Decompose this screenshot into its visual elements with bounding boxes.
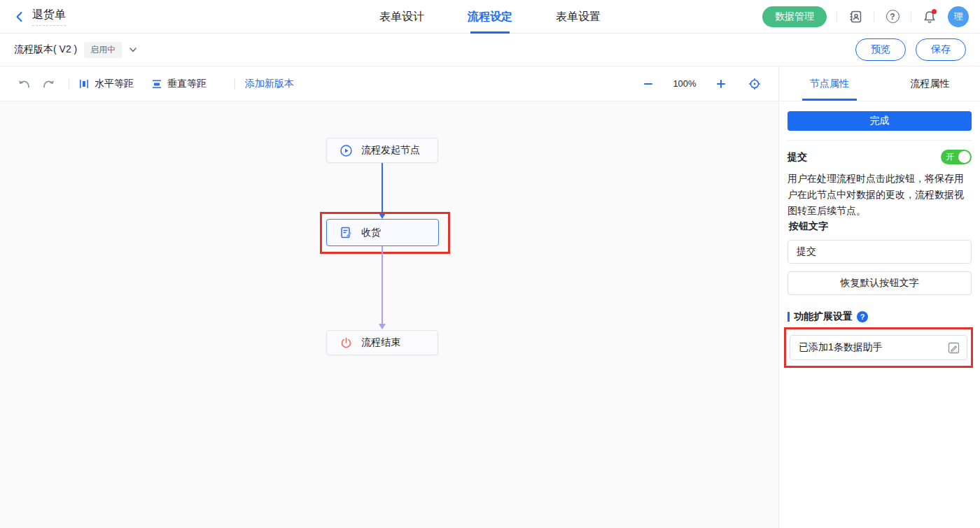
properties-panel: 节点属性 流程属性 完成 提交 开 用户在处理流程时点击此按钮，将保存用户在此节… [778,66,980,528]
arrow-down-icon [379,213,386,219]
button-text-input[interactable] [788,240,972,264]
horizontal-distribute-button[interactable]: 水平等距 [79,78,134,90]
avatar[interactable]: 理 [948,6,969,27]
chevron-down-icon[interactable] [129,45,137,54]
extension-section-title: 功能扩展设置 [794,311,853,323]
panel-tabs: 节点属性 流程属性 [779,66,980,101]
contact-book-icon[interactable] [847,8,864,25]
tab-node-properties[interactable]: 节点属性 [779,66,880,101]
status-badge: 启用中 [84,42,122,58]
notification-dot [932,9,937,14]
divider [234,78,235,90]
app-header: 退货单 表单设计 流程设定 表单设置 数据管理 ? 理 [0,0,980,34]
tab-process-settings[interactable]: 流程设定 [468,0,512,34]
toggle-knob [958,151,970,163]
add-version-button[interactable]: 添加新版本 [245,78,294,90]
header-actions: 数据管理 ? 理 [762,6,969,27]
flow-node-start[interactable]: 流程发起节点 [326,138,438,163]
connector-line [382,246,383,324]
flow-canvas[interactable]: 流程发起节点 收货 [0,101,778,528]
submit-section-label: 提交 [788,151,807,164]
tab-form-settings[interactable]: 表单设置 [556,0,601,34]
back-icon[interactable] [11,8,28,25]
divider [836,12,837,22]
save-button[interactable]: 保存 [916,38,966,61]
submit-toggle[interactable]: 开 [941,150,972,164]
tab-process-properties[interactable]: 流程属性 [880,66,980,101]
preview-button[interactable]: 预览 [855,38,906,61]
node-label: 收货 [361,227,381,239]
zoom-in-icon[interactable] [711,74,731,94]
divider [911,12,911,22]
zoom-level: 100% [672,78,697,89]
button-text-label: 按钮文字 [789,220,972,233]
divider [69,78,69,90]
version-bar: 流程版本( V2 ) 启用中 预览 保存 [0,34,980,66]
flow-node-end[interactable]: 流程结束 [326,330,438,355]
version-label: 流程版本( V2 ) [14,43,77,56]
power-icon [340,337,352,349]
data-manage-button[interactable]: 数据管理 [762,6,827,27]
help-icon[interactable]: ? [884,8,901,25]
vertical-distribute-icon [152,79,162,89]
header-tabs: 表单设计 流程设定 表单设置 [379,0,601,34]
complete-button[interactable]: 完成 [788,111,972,131]
play-circle-icon [340,145,352,157]
divider [788,140,972,141]
form-edit-icon [340,227,352,238]
section-accent-bar [788,312,790,322]
edit-icon[interactable] [948,342,960,354]
notification-bell-icon[interactable] [921,8,938,25]
node-label: 流程发起节点 [361,144,420,157]
flow-node-receive[interactable]: 收货 [326,219,439,246]
tab-form-design[interactable]: 表单设计 [379,0,424,34]
restore-default-button[interactable]: 恢复默认按钮文字 [788,271,972,295]
data-assistant-field[interactable]: 已添加1条数据助手 [790,335,967,360]
undo-icon[interactable] [14,74,34,94]
question-icon[interactable]: ? [857,311,868,322]
canvas-toolbar: 水平等距 垂直等距 添加新版本 100% [0,66,778,101]
zoom-out-icon[interactable] [638,74,658,94]
page-title[interactable]: 退货单 [32,8,66,26]
divider [874,12,874,22]
vertical-distribute-button[interactable]: 垂直等距 [152,78,206,90]
center-target-icon[interactable] [745,74,764,94]
submit-description: 用户在处理流程时点击此按钮，将保存用户在此节点中对数据的更改，流程数据视图转至后… [788,171,972,219]
connector-line [382,163,383,213]
redo-icon[interactable] [39,74,59,94]
horizontal-distribute-icon [79,79,89,89]
annotation-box-assistant: 已添加1条数据助手 [784,327,973,368]
arrow-down-icon [379,324,386,329]
node-label: 流程结束 [361,336,400,349]
